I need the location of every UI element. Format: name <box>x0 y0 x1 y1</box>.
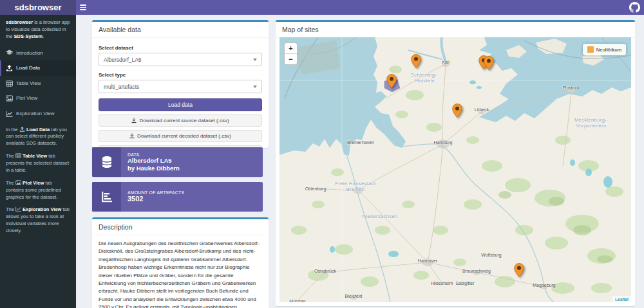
sidebar-intro-text: sdsbrowser is a browser app to visualize… <box>0 15 76 44</box>
upload-icon <box>6 65 13 71</box>
site-marker-pin[interactable] <box>411 54 421 68</box>
bar-chart-icon <box>92 182 121 212</box>
sidebar-toggle-hamburger-icon[interactable] <box>80 5 86 10</box>
dataset-select[interactable]: Albersdorf_LA5 <box>99 53 262 66</box>
sidebar-menu: Introduction Load Data Table View Plot V… <box>0 46 76 122</box>
chart-line-icon <box>6 111 13 117</box>
download-decoded-button[interactable]: Download current decoded dataset (.csv) <box>99 130 262 142</box>
available-data-panel: Available data Select dataset Albersdorf… <box>92 20 269 148</box>
map-legend: Neolithikum <box>583 44 626 55</box>
site-marker-pin[interactable] <box>386 74 397 88</box>
artefacts-info-box: AMOUNT OF ARTEFACTS 3502 <box>92 182 263 212</box>
zoom-in-button[interactable]: + <box>285 43 297 54</box>
top-navbar: sdsbrowser <box>0 0 644 15</box>
panel-title: Available data <box>92 22 269 38</box>
download-icon <box>131 118 137 123</box>
info-box-value: 3502 <box>128 195 184 204</box>
sidebar-help-text: In the Load Data tab you can select diff… <box>0 127 76 235</box>
description-panel: Description Die neuen Ausgrabungen des n… <box>92 217 269 308</box>
chevron-down-icon <box>253 59 257 61</box>
github-icon[interactable] <box>629 2 640 13</box>
map-panel: Map of sites <box>276 20 635 306</box>
sidebar-item-plot-view[interactable]: Plot View <box>0 91 76 106</box>
select-type-label: Select type <box>99 72 262 78</box>
info-box-value: Albersdorf LA5 <box>128 157 180 165</box>
zoom-out-button[interactable]: − <box>285 54 297 64</box>
sidebar-item-exploration-view[interactable]: Exploration View <box>0 106 76 122</box>
site-marker-pin[interactable] <box>452 104 462 118</box>
table-icon <box>6 80 13 87</box>
description-text: Die neuen Ausgrabungen des neolithischen… <box>92 235 269 308</box>
chevron-down-icon <box>253 86 257 88</box>
load-data-button[interactable]: Load data <box>99 98 262 111</box>
sidebar: sdsbrowser is a browser app to visualize… <box>0 15 76 308</box>
chart-line-icon <box>15 206 21 212</box>
info-box-title: DATA <box>128 152 180 157</box>
sidebar-item-load-data[interactable]: Load Data <box>0 60 76 76</box>
select-dataset-label: Select dataset <box>99 45 262 51</box>
download-icon <box>129 133 135 139</box>
table-icon <box>15 153 21 158</box>
legend-label: Neolithikum <box>596 47 621 53</box>
info-box-title: AMOUNT OF ARTEFACTS <box>128 190 184 195</box>
type-select[interactable]: multi_artefacts <box>99 80 262 93</box>
panel-title: Description <box>92 219 269 235</box>
image-icon <box>15 180 21 185</box>
site-marker-pin[interactable] <box>484 56 494 70</box>
sidebar-item-introduction[interactable]: Introduction <box>0 46 76 61</box>
download-source-button[interactable]: Download current source dataset (.csv) <box>99 114 262 127</box>
upload-icon <box>19 127 25 132</box>
graduation-cap-icon <box>6 50 13 56</box>
leaflet-attribution[interactable]: Leaflet <box>612 296 631 302</box>
data-info-box: DATA Albersdorf LA5 by Hauke Dibbern <box>92 147 263 177</box>
image-icon <box>6 95 13 102</box>
info-box-subvalue: by Hauke Dibbern <box>128 165 180 172</box>
database-icon <box>92 147 121 177</box>
site-marker-pin[interactable] <box>514 263 524 277</box>
app-title[interactable]: sdsbrowser <box>0 0 76 15</box>
leaflet-map[interactable]: Kiel Schleswig- Holstein Lübeck Bremerha… <box>279 37 631 302</box>
sidebar-item-table-view[interactable]: Table View <box>0 76 76 91</box>
panel-title: Map of sites <box>276 22 635 38</box>
legend-swatch-neolithikum <box>587 46 594 53</box>
map-zoom-control: + − <box>284 42 298 65</box>
map-tiles <box>279 37 631 302</box>
